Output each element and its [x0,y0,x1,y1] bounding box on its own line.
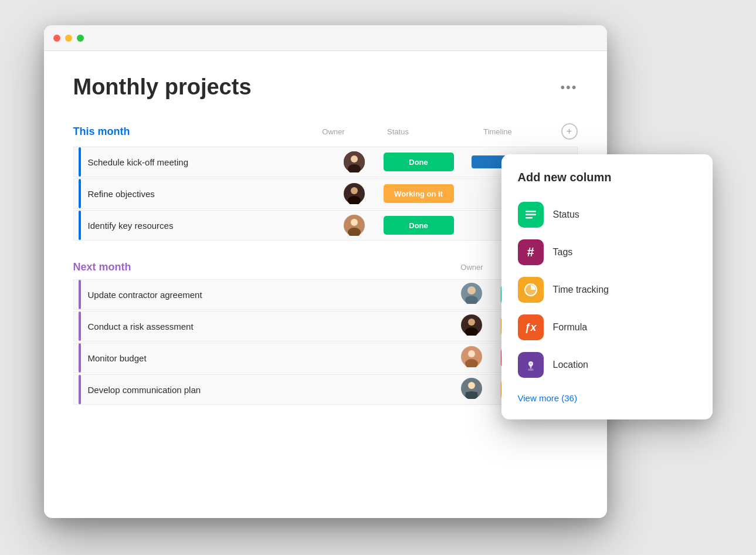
status-badge-working: Working on it [384,184,454,203]
time-tracking-icon [518,277,544,303]
task-owner [331,183,378,204]
timeline-col-header-1: Timeline [483,127,512,136]
tags-icon: # [518,239,544,265]
more-options-button[interactable]: ••• [560,80,577,95]
task-name: Identify key resources [88,221,331,231]
task-name: Update contractor agreement [88,290,448,300]
svg-point-10 [467,286,476,295]
column-option-name-formula: Formula [553,322,588,333]
svg-point-1 [351,155,358,163]
table-header-this-month: Owner Status Timeline + [310,121,578,142]
svg-rect-22 [526,211,536,212]
section-title-this-month: This month [73,126,130,138]
avatar [461,314,482,338]
owner-col-header-1: Owner [322,127,344,136]
svg-point-7 [351,219,358,226]
page-header: Monthly projects ••• [73,75,578,100]
column-option-location[interactable]: Location [518,346,696,384]
task-owner [331,215,378,236]
task-status: Done [378,216,460,235]
maximize-button[interactable] [77,35,84,42]
popup-title: Add new column [518,171,696,184]
task-bar [79,147,81,177]
screen-wrapper: Monthly projects ••• This month Owner St… [44,25,713,530]
avatar [461,378,482,401]
avatar [461,346,482,370]
column-option-name-status: Status [553,209,579,220]
svg-point-4 [351,187,358,194]
view-more-link[interactable]: View more (36) [518,393,696,403]
task-bar [79,179,81,208]
task-name: Refine objectives [88,189,331,199]
task-owner [448,314,495,338]
formula-icon: ƒx [518,314,544,340]
task-bar [79,375,81,404]
task-owner [448,378,495,401]
avatar [461,283,482,306]
column-option-name-tags: Tags [553,247,573,258]
status-col-header-1: Status [387,127,409,136]
task-bar [79,312,81,341]
task-owner [448,346,495,370]
svg-point-13 [468,319,475,326]
avatar [344,215,365,236]
svg-rect-24 [526,217,533,219]
location-icon [518,352,544,378]
add-column-button-1[interactable]: + [561,123,578,140]
close-button[interactable] [53,35,60,42]
traffic-lights [53,35,84,42]
task-bar [79,211,81,240]
column-option-name-time: Time tracking [553,285,609,295]
task-name: Develop communication plan [88,385,448,395]
status-badge-done: Done [384,153,454,171]
avatar [344,151,365,172]
task-status: Working on it [378,184,460,203]
svg-point-16 [468,350,475,357]
task-owner [448,283,495,306]
section-title-next-month: Next month [73,261,131,273]
svg-rect-23 [526,214,536,216]
add-column-popup: Add new column Status # Tags [501,154,713,419]
column-option-name-location: Location [553,360,589,370]
column-option-time-tracking[interactable]: Time tracking [518,271,696,309]
task-bar [79,280,81,309]
page-title: Monthly projects [73,75,252,100]
task-bar [79,343,81,373]
column-option-status[interactable]: Status [518,196,696,233]
task-owner [331,151,378,172]
titlebar [44,25,607,51]
svg-point-19 [468,382,475,389]
status-badge-done: Done [384,216,454,235]
status-icon [518,202,544,228]
task-name: Schedule kick-off meeting [88,157,331,167]
task-status: Done [378,153,460,171]
minimize-button[interactable] [65,35,72,42]
column-option-formula[interactable]: ƒx Formula [518,309,696,346]
column-option-tags[interactable]: # Tags [518,233,696,271]
owner-col-header-2: Owner [460,263,483,272]
task-name: Conduct a risk assessment [88,322,448,331]
task-name: Monitor budget [88,353,448,363]
avatar [344,183,365,204]
